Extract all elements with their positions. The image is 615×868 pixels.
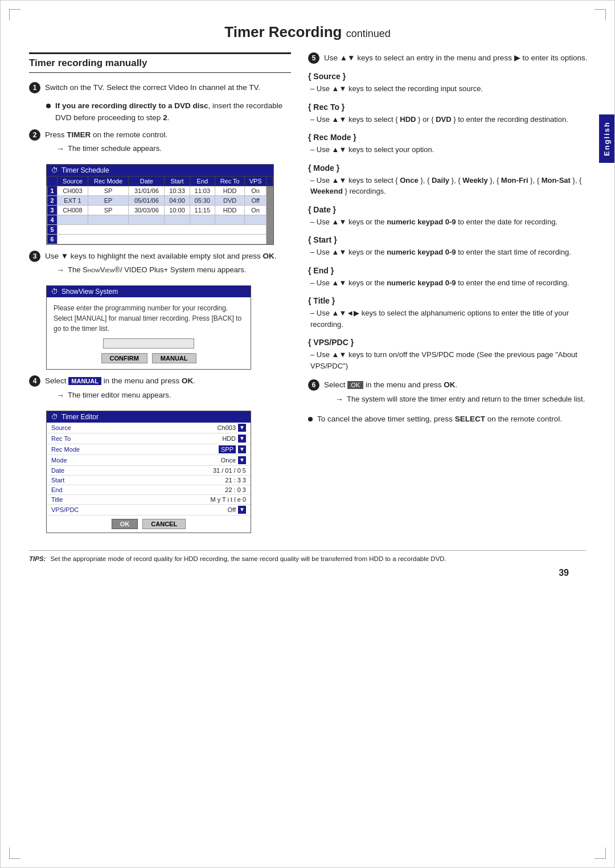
table-row: 6 — [47, 235, 273, 244]
step-1-content: Switch on the TV. Select the correct Vid… — [45, 82, 291, 93]
row-2-vps: Off — [245, 196, 266, 206]
row-1-source: CH003 — [58, 186, 88, 196]
timer-editor-container: ⏱ Timer Editor Source Ch003 ▼ Rec To — [46, 411, 251, 534]
step-4-content: Select MANUAL in the menu and press OK. … — [45, 375, 291, 403]
section-vpspdc: { VPS/PDC } – Use ▲▼ keys to turn on/off… — [308, 338, 592, 371]
col-vps: VPS — [245, 177, 266, 186]
schedule-header-row: Source Rec Mode Date Start End Rec To VP… — [47, 177, 273, 186]
row-6-num: 6 — [47, 235, 58, 244]
row-1-num: 1 — [47, 186, 58, 196]
step-2: 2 Press TIMER on the remote control. → T… — [29, 129, 291, 157]
section-recto: { Rec To } – Use ▲▼ keys to select { HDD… — [308, 103, 592, 125]
tips-text: Set the appropriate mode of record quali… — [50, 555, 446, 562]
row-1-end: 11:03 — [190, 186, 215, 196]
page-number: 39 — [1, 568, 614, 578]
dropdown-icon-mode[interactable]: ▼ — [238, 456, 246, 464]
step-5-content: Use ▲▼ keys to select an entry in the me… — [324, 52, 592, 64]
row-4-end — [190, 215, 215, 225]
step-1: 1 Switch on the TV. Select the correct V… — [29, 82, 291, 93]
section-vpspdc-title: { VPS/PDC } — [308, 338, 592, 347]
section-end: { End } – Use ▲▼ keys or the numeric key… — [308, 266, 592, 289]
editor-label-end: End — [47, 485, 104, 495]
row-4-source — [58, 215, 88, 225]
table-row: 4 — [47, 215, 273, 225]
step-6-arrow-text: The system will store the timer entry an… — [347, 394, 585, 406]
timer-editor-table: Source Ch003 ▼ Rec To HDD ▼ — [47, 423, 251, 516]
showview-input-field[interactable] — [103, 338, 194, 349]
timer-editor-icon: ⏱ — [51, 413, 58, 421]
dropdown-icon-source[interactable]: ▼ — [238, 424, 246, 432]
section-date-body: – Use ▲▼ keys or the numeric keypad 0-9 … — [310, 216, 592, 228]
main-content: Timer recording manually 1 Switch on the… — [1, 52, 614, 539]
bullet-dot — [46, 104, 51, 108]
step-2-number: 2 — [29, 129, 40, 141]
step-2-arrow-text: The timer schedule appears. — [68, 143, 162, 155]
table-row: 5 — [47, 225, 273, 235]
editor-value-recto: HDD — [222, 435, 236, 442]
col-recto: Rec To — [215, 177, 245, 186]
showview-title: ShowView System — [62, 288, 118, 296]
section-source-body: – Use ▲▼ keys to select the recording in… — [310, 83, 592, 95]
section-date-title: { Date } — [308, 205, 592, 214]
row-3-date: 30/03/06 — [129, 206, 165, 215]
ok-badge: OK — [347, 381, 363, 389]
editor-row-recto: Rec To HDD ▼ — [47, 433, 251, 444]
tips-bar: TIPS: Set the appropriate mode of record… — [29, 550, 586, 562]
section-recto-body: – Use ▲▼ keys to select { HDD } or { DVD… — [310, 114, 592, 125]
step-3-arrow: → The ShowView®/ VIDEO Plus+ System menu… — [56, 264, 291, 276]
schedule-title-bar: ⏱ Timer Schedule — [47, 165, 273, 176]
dropdown-icon-recmode[interactable]: ▼ — [238, 445, 246, 453]
col-recmode: Rec Mode — [88, 177, 129, 186]
dropdown-icon-vpspdc[interactable]: ▼ — [238, 506, 246, 514]
editor-label-start: Start — [47, 476, 104, 485]
corner-mark-tr — [594, 9, 606, 21]
step-1-number: 1 — [29, 82, 40, 93]
schedule-title: Timer Schedule — [62, 166, 109, 174]
tips-label: TIPS: — [29, 555, 46, 562]
confirm-button[interactable]: CONFIRM — [101, 353, 147, 363]
row-4-recmode — [88, 215, 129, 225]
dropdown-icon-recto[interactable]: ▼ — [238, 435, 246, 443]
corner-mark-tl — [9, 9, 20, 21]
editor-row-date: Date 31 / 01 / 0 5 — [47, 466, 251, 476]
step-4-arrow: → The timer editor menu appears. — [56, 390, 291, 402]
manual-button[interactable]: MANUAL — [152, 353, 196, 363]
showview-container: ⏱ ShowView System Please enter the progr… — [46, 285, 251, 370]
section-recmode: { Rec Mode } – Use ▲▼ keys to select you… — [308, 133, 592, 155]
showview-body: Please enter the programming number for … — [47, 297, 251, 369]
scrollbar — [266, 186, 273, 244]
section-date: { Date } – Use ▲▼ keys or the numeric ke… — [308, 205, 592, 228]
schedule-icon: ⏱ — [51, 166, 58, 174]
table-row: 1 CH003 SP 31/01/06 10:33 11:03 HDD On — [47, 186, 273, 196]
row-3-num: 3 — [47, 206, 58, 215]
section-mode-title: { Mode } — [308, 163, 592, 173]
row-2-date: 05/01/06 — [129, 196, 165, 206]
section-recto-title: { Rec To } — [308, 103, 592, 112]
col-end: End — [190, 177, 215, 186]
row-5-num: 5 — [47, 225, 58, 235]
schedule-table: Source Rec Mode Date Start End Rec To VP… — [47, 176, 273, 244]
row-2-end: 05:30 — [190, 196, 215, 206]
section-start-body: – Use ▲▼ keys or the numeric keypad 0-9 … — [310, 247, 592, 258]
step-4-number: 4 — [29, 375, 40, 387]
row-1-vps: On — [245, 186, 266, 196]
cancel-button[interactable]: CANCEL — [142, 519, 186, 529]
editor-row-start: Start 21 : 3 3 — [47, 476, 251, 485]
timer-schedule-container: ⏱ Timer Schedule Source Rec Mode Date St… — [46, 164, 274, 245]
ok-button[interactable]: OK — [112, 519, 138, 529]
timer-editor-buttons: OK CANCEL — [47, 515, 251, 533]
editor-value-source: Ch003 — [218, 424, 236, 431]
timer-editor-title-bar: ⏱ Timer Editor — [47, 411, 251, 423]
page-container: English Timer Recording continued Timer … — [0, 0, 615, 868]
timer-editor-title: Timer Editor — [62, 413, 99, 421]
editor-row-title: Title M y T i t l e 0 — [47, 495, 251, 505]
editor-label-source: Source — [47, 423, 104, 433]
editor-label-vpspdc: VPS/PDC — [47, 505, 104, 515]
step-3-arrow-text: The ShowView®/ VIDEO Plus+ System menu a… — [68, 264, 246, 276]
step-4-arrow-text: The timer editor menu appears. — [68, 390, 171, 402]
step-3-number: 3 — [29, 251, 40, 262]
col-source: Source — [58, 177, 88, 186]
col-num — [47, 177, 58, 186]
row-3-recmode: SP — [88, 206, 129, 215]
editor-row-vpspdc: VPS/PDC Off ▼ — [47, 505, 251, 515]
